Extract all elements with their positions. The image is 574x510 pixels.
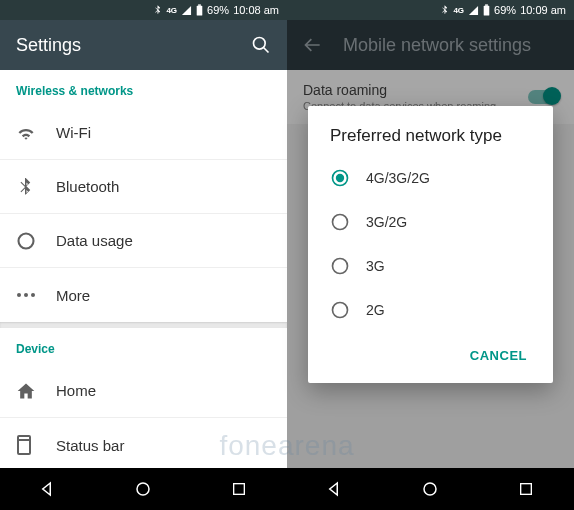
nav-bar-left [0,468,287,510]
statusbar-label: Status bar [56,437,124,454]
svg-point-18 [333,302,348,317]
svg-point-10 [137,483,149,495]
mobile-network-screen: 4G 69% 10:09 am Mobile network settings … [287,0,574,510]
bluetooth-item[interactable]: Bluetooth [0,160,287,214]
settings-screen: 4G 69% 10:08 am Settings Wireless & netw… [0,0,287,510]
svg-rect-12 [484,6,490,16]
home-label: Home [56,382,96,399]
clock: 10:09 am [520,4,566,16]
svg-rect-1 [198,4,201,5]
bluetooth-status-icon [440,4,449,16]
radio-unselected-icon [330,256,350,276]
nav-bar-right [287,468,574,510]
svg-point-7 [31,293,35,297]
settings-content: Wireless & networks Wi-Fi Bluetooth Data… [0,70,287,468]
svg-rect-13 [485,4,488,5]
nav-home[interactable] [405,468,455,510]
wifi-item[interactable]: Wi-Fi [0,106,287,160]
svg-rect-11 [234,484,245,495]
svg-line-3 [264,48,269,53]
svg-point-15 [336,173,344,181]
battery-percent: 69% [494,4,516,16]
radio-unselected-icon [330,300,350,320]
radio-2g[interactable]: 2G [308,288,553,332]
status-bar-left: 4G 69% 10:08 am [0,0,287,20]
svg-point-2 [254,38,266,50]
section-device: Device [0,328,287,364]
svg-point-4 [19,233,34,248]
cell-signal-icon [181,5,192,16]
status-bar-right: 4G 69% 10:09 am [287,0,574,20]
nav-recent[interactable] [214,468,264,510]
radio-3g[interactable]: 3G [308,244,553,288]
statusbar-icon [16,435,56,455]
data-usage-label: Data usage [56,232,133,249]
radio-label: 3G/2G [366,214,407,230]
radio-4g3g2g[interactable]: 4G/3G/2G [308,156,553,200]
home-icon [16,381,56,401]
more-icon [16,292,56,298]
bluetooth-label: Bluetooth [56,178,119,195]
network-type-dialog: Preferred network type 4G/3G/2G 3G/2G 3G… [308,106,553,383]
svg-point-19 [424,483,436,495]
radio-unselected-icon [330,212,350,232]
svg-point-6 [24,293,28,297]
nav-back[interactable] [23,468,73,510]
svg-point-5 [17,293,21,297]
radio-label: 4G/3G/2G [366,170,430,186]
data-usage-icon [16,231,56,251]
battery-icon [483,4,490,16]
more-label: More [56,287,90,304]
more-item[interactable]: More [0,268,287,322]
radio-label: 2G [366,302,385,318]
cancel-button[interactable]: CANCEL [460,340,537,371]
svg-rect-0 [197,6,203,16]
app-bar: Settings [0,20,287,70]
search-icon[interactable] [251,35,271,55]
radio-3g2g[interactable]: 3G/2G [308,200,553,244]
wifi-label: Wi-Fi [56,124,91,141]
radio-selected-icon [330,168,350,188]
cell-signal-icon [468,5,479,16]
home-item[interactable]: Home [0,364,287,418]
data-usage-item[interactable]: Data usage [0,214,287,268]
svg-point-16 [333,214,348,229]
wifi-icon [16,123,56,143]
radio-label: 3G [366,258,385,274]
signal-icon: 4G [453,6,464,15]
nav-back[interactable] [310,468,360,510]
signal-icon: 4G [166,6,177,15]
svg-rect-8 [18,436,30,454]
bluetooth-status-icon [153,4,162,16]
battery-icon [196,4,203,16]
battery-percent: 69% [207,4,229,16]
nav-recent[interactable] [501,468,551,510]
section-wireless: Wireless & networks [0,70,287,106]
dialog-title: Preferred network type [308,126,553,156]
statusbar-item[interactable]: Status bar [0,418,287,468]
svg-rect-20 [521,484,532,495]
page-title: Settings [16,35,251,56]
clock: 10:08 am [233,4,279,16]
nav-home[interactable] [118,468,168,510]
svg-point-17 [333,258,348,273]
bluetooth-icon [16,177,56,197]
